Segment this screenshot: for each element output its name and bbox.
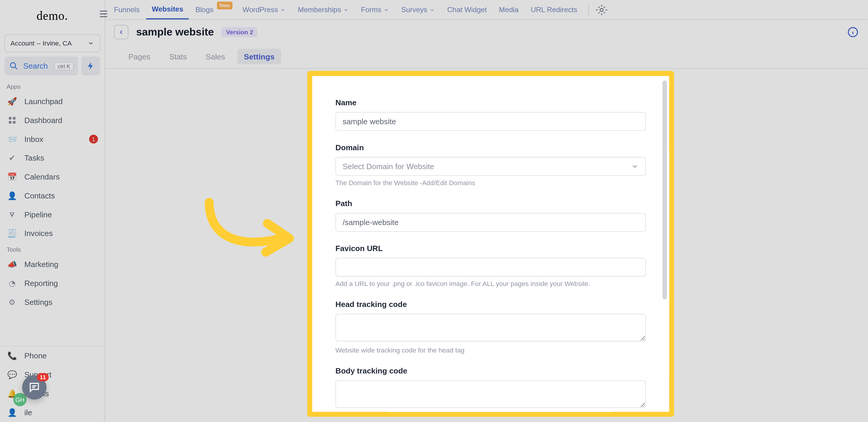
side-group-apps: Apps [0, 80, 104, 92]
account-selector[interactable]: Account -- Irvine, CA [4, 34, 100, 52]
new-badge: New [217, 1, 232, 9]
sidebar-item-label: Dashboard [24, 116, 62, 125]
sidebar-item-settings[interactable]: ⚙ Settings [0, 292, 104, 311]
chevron-down-icon [384, 7, 389, 12]
gear-icon[interactable] [596, 4, 608, 16]
domain-select[interactable]: Select Domain for Website [336, 157, 646, 176]
subtab-pages[interactable]: Pages [122, 49, 157, 64]
chat-badge: 11 [37, 373, 49, 381]
sidebar-item-label: Reporting [24, 279, 58, 288]
dots-icon: 💬 [6, 369, 18, 380]
account-label: Account -- Irvine, CA [11, 39, 72, 47]
title-bar: sample website Version 2 [105, 20, 868, 44]
funnel-icon: ⛛ [6, 209, 18, 220]
pie-icon: ◔ [6, 278, 18, 289]
subtab-sales[interactable]: Sales [199, 49, 232, 64]
domain-help-link[interactable]: Add/Edit Domains [422, 179, 475, 187]
rocket-icon: 🚀 [6, 96, 18, 107]
svg-rect-2 [13, 117, 16, 119]
svg-rect-3 [9, 121, 11, 123]
avatar-icon: 👤 [6, 407, 18, 418]
domain-help: The Domain for the Website -Add/Edit Dom… [336, 179, 646, 187]
body-tracking-input[interactable] [336, 380, 646, 408]
topnav-chat-widget[interactable]: Chat Widget [442, 0, 493, 20]
inbox-icon: 📨 [6, 134, 18, 145]
page-title: sample website [136, 26, 214, 38]
back-button[interactable] [114, 25, 128, 39]
favicon-label: Favicon URL [336, 244, 646, 253]
search-label: Search [23, 61, 48, 71]
search-button[interactable]: Search ctrl K [4, 56, 78, 76]
sidebar-item-dashboard[interactable]: Dashboard [0, 111, 104, 130]
sidebar-item-label: Inbox [24, 135, 43, 143]
sidebar-item-inbox[interactable]: 📨 Inbox 1 [0, 130, 104, 149]
head-tracking-label: Head tracking code [336, 300, 646, 309]
chevron-down-icon [631, 162, 639, 170]
head-tracking-help: Website wide tracking code for the head … [336, 346, 646, 354]
chevron-down-icon [87, 40, 94, 47]
path-label: Path [336, 199, 646, 208]
sidebar-item-contacts[interactable]: 👤 Contacts [0, 186, 104, 205]
chat-widget[interactable]: 11 [22, 375, 46, 399]
subtab-stats[interactable]: Stats [162, 49, 193, 64]
path-input[interactable] [336, 213, 646, 232]
chevron-left-icon [118, 29, 124, 35]
megaphone-icon: 📣 [6, 259, 18, 270]
topnav-wordpress[interactable]: WordPress [237, 0, 291, 20]
body-tracking-label: Body tracking code [336, 366, 646, 375]
sidebar-item-profile[interactable]: 👤 ile [0, 403, 104, 422]
sidebar-item-label: ile [24, 408, 32, 417]
info-icon[interactable] [847, 26, 859, 38]
topnav-url-redirects[interactable]: URL Redirects [525, 0, 583, 20]
check-icon: ✔ [6, 152, 18, 163]
svg-rect-4 [13, 121, 16, 123]
sidebar-item-support[interactable]: 💬 Support [0, 365, 104, 384]
scrollbar[interactable] [662, 80, 667, 299]
topnav-surveys[interactable]: Surveys [396, 0, 441, 20]
sidebar-item-label: Tasks [24, 153, 44, 162]
head-tracking-input[interactable] [336, 314, 646, 342]
highlight-frame: Name Domain Select Domain for Website Th… [307, 71, 674, 417]
grid-icon [6, 115, 18, 126]
sidebar-item-label: Calendars [24, 172, 60, 181]
sidebar-item-reporting[interactable]: ◔ Reporting [0, 274, 104, 293]
sidebar-item-calendars[interactable]: 📅 Calendars [0, 167, 104, 186]
name-input[interactable] [336, 112, 646, 131]
subtab-settings[interactable]: Settings [237, 49, 281, 64]
chevron-down-icon [343, 7, 349, 12]
domain-placeholder: Select Domain for Website [343, 162, 434, 171]
quick-action-button[interactable] [81, 56, 100, 76]
topnav-blogs[interactable]: Blogs [190, 0, 219, 20]
topnav-websites[interactable]: Websites [146, 0, 189, 20]
domain-label: Domain [336, 143, 646, 152]
hamburger-button[interactable] [95, 6, 112, 22]
sidebar-item-tasks[interactable]: ✔ Tasks [0, 148, 104, 167]
sidebar-item-launchpad[interactable]: 🚀 Launchpad [0, 92, 104, 111]
svg-point-0 [11, 63, 16, 68]
svg-point-5 [600, 8, 603, 11]
sidebar-item-invoices[interactable]: 🧾 Invoices [0, 224, 104, 243]
chevron-down-icon [280, 7, 286, 12]
topnav-media[interactable]: Media [494, 0, 524, 20]
favicon-help: Add a URL to your .png or .ico favicon i… [336, 280, 646, 287]
sidebar-item-label: Phone [24, 351, 46, 360]
sidebar-item-marketing[interactable]: 📣 Marketing [0, 255, 104, 274]
sidebar-item-label: Settings [24, 298, 52, 306]
calendar-icon: 📅 [6, 171, 18, 182]
topnav-funnels[interactable]: Funnels [108, 0, 145, 20]
sidebar-item-phone[interactable]: 📞 Phone [0, 346, 104, 365]
document-icon: 🧾 [6, 228, 18, 238]
side-group-tools: Tools [0, 243, 104, 255]
sidebar-item-pipeline[interactable]: ⛛ Pipeline [0, 205, 104, 224]
gear-icon: ⚙ [6, 297, 18, 308]
logo: demo. [0, 0, 104, 32]
favicon-input[interactable] [336, 258, 646, 277]
inbox-badge: 1 [89, 135, 98, 143]
person-icon: 👤 [6, 190, 18, 201]
hamburger-icon [98, 8, 109, 19]
topnav-memberships[interactable]: Memberships [292, 0, 354, 20]
topnav-forms[interactable]: Forms [355, 0, 395, 20]
search-icon [9, 61, 19, 71]
sidebar-item-label: Pipeline [24, 210, 52, 219]
separator [588, 4, 589, 16]
